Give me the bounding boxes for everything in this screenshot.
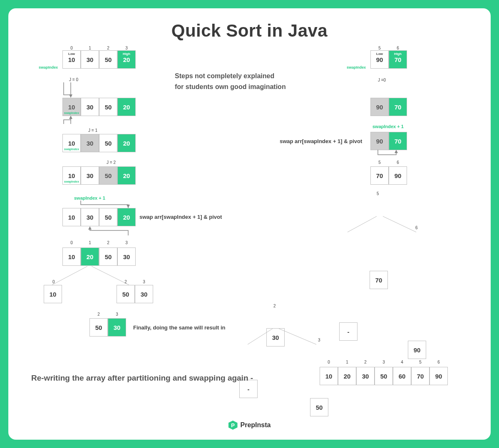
cell: 60 <box>393 367 411 385</box>
idx-3-leaf: 3 <box>318 338 320 342</box>
tree30-right: 50 <box>310 398 328 416</box>
j-2-label: J = 2 <box>107 160 116 165</box>
val: 10 <box>325 373 333 380</box>
right-row-2: 90 70 <box>370 98 407 116</box>
leaf-90: 90 <box>408 341 426 359</box>
high-label: High <box>394 52 402 56</box>
idx-3: 3 <box>117 46 136 50</box>
cell-pivot: 20 <box>117 166 136 185</box>
left-row-1: Low10 30 50 High20 <box>62 50 136 69</box>
cell: 70 <box>411 367 429 385</box>
arrow-up-icon <box>62 116 87 125</box>
val: 70 <box>417 373 424 380</box>
left-indices-2: 0 1 2 3 <box>62 240 136 245</box>
subtitle-line-1: Steps not completely explained <box>175 71 286 82</box>
idx: 3 <box>117 240 136 245</box>
idx: 5 <box>411 360 429 364</box>
val: 90 <box>376 104 383 111</box>
cell: 50 <box>117 285 135 303</box>
val: 50 <box>316 404 323 411</box>
cell-pivot: 70 <box>389 98 407 116</box>
idx: 5 <box>370 160 389 165</box>
val: 20 <box>123 172 130 179</box>
idx: 2 <box>356 360 375 364</box>
cell: 30 <box>135 285 153 303</box>
val: 70 <box>395 104 402 111</box>
cell: 10 <box>320 367 338 385</box>
j-1-label: J = 1 <box>88 128 97 133</box>
cell: 90 <box>370 132 389 150</box>
svg-marker-0 <box>69 94 72 98</box>
val: 50 <box>105 253 112 260</box>
svg-marker-2 <box>127 205 130 208</box>
val: 30 <box>87 104 94 111</box>
idx: 1 <box>81 240 99 245</box>
val: 10 <box>68 253 75 260</box>
idx-5-node: 5 <box>377 191 379 196</box>
idx: 0 <box>320 360 338 364</box>
cell-pivot: 20 <box>117 98 136 116</box>
swapindex-bottom: swapIndex <box>64 111 79 114</box>
val: 50 <box>95 324 102 331</box>
j-0-label: J = 0 <box>69 77 78 82</box>
cell-pivot: 20 <box>81 248 99 266</box>
val: 30 <box>114 324 121 331</box>
val: 90 <box>376 56 383 63</box>
svg-marker-8 <box>395 150 398 153</box>
val: 50 <box>380 373 387 380</box>
idx: 3 <box>135 280 153 284</box>
cell: 30 <box>81 50 99 69</box>
left-row-3: 10swapIndex 30 50 20 <box>62 134 136 152</box>
val: 50 <box>105 104 112 111</box>
arrow-swap-bottom-icon <box>79 226 137 235</box>
swapindex-bottom: swapIndex <box>64 180 79 183</box>
cell: 10swapIndex <box>62 134 81 152</box>
val: 30 <box>272 334 279 341</box>
svg-marker-3 <box>88 226 92 230</box>
idx-0: 0 <box>62 46 81 50</box>
idx: 6 <box>389 46 407 50</box>
cell: 90 <box>389 166 407 185</box>
cell: 30 <box>81 98 99 116</box>
val: 30 <box>87 140 94 147</box>
cell: 30 <box>81 134 99 152</box>
arrow-swap-right-icon <box>370 150 407 159</box>
left-row-5: 10 30 50 20 <box>62 208 136 226</box>
cell: 50 <box>99 208 117 226</box>
idx-0-leaf: 0 <box>52 280 55 284</box>
subtitle: Steps not completely explained for stude… <box>175 71 286 92</box>
cell-pivot: 70 <box>389 132 407 150</box>
cell: Low10 <box>62 50 81 69</box>
val: 20 <box>123 104 130 111</box>
brand-name: PrepInsta <box>241 421 271 429</box>
rewrite-text: Re-writing the array after partitioning … <box>31 374 253 383</box>
val: 50 <box>105 56 112 63</box>
idx: 3 <box>375 360 393 364</box>
idx-6-leaf: 6 <box>415 225 418 230</box>
swapindex-plus-1-right: swapIndex + 1 <box>372 124 404 129</box>
val: 10 <box>68 104 75 111</box>
val: 30 <box>123 253 130 260</box>
final-5030: 50 30 <box>89 318 126 337</box>
val: 10 <box>50 291 57 298</box>
right-indices: 5 6 <box>370 46 407 50</box>
left-indices: 0 1 2 3 <box>62 46 136 50</box>
idx-2: 2 <box>99 46 117 50</box>
cell: 50 <box>99 98 117 116</box>
val: 50 <box>105 214 112 221</box>
cell-pivot: 20 <box>117 208 136 226</box>
val: - <box>348 328 350 335</box>
leaf-dash: - <box>339 322 357 341</box>
val: 10 <box>68 140 75 147</box>
right-row-1: Low90 High70 <box>370 50 407 69</box>
idx: 5 <box>370 46 389 50</box>
idx: 6 <box>389 160 407 165</box>
val: 90 <box>435 373 442 380</box>
cell: 90 <box>429 367 448 385</box>
val: 20 <box>87 253 94 260</box>
tree70-branch-icon <box>341 216 433 233</box>
right-row-3: 90 70 <box>370 132 407 150</box>
cell: 30 <box>356 367 375 385</box>
idx: 3 <box>108 312 126 317</box>
subtitle-line-2: for students own good imagination <box>175 82 286 92</box>
